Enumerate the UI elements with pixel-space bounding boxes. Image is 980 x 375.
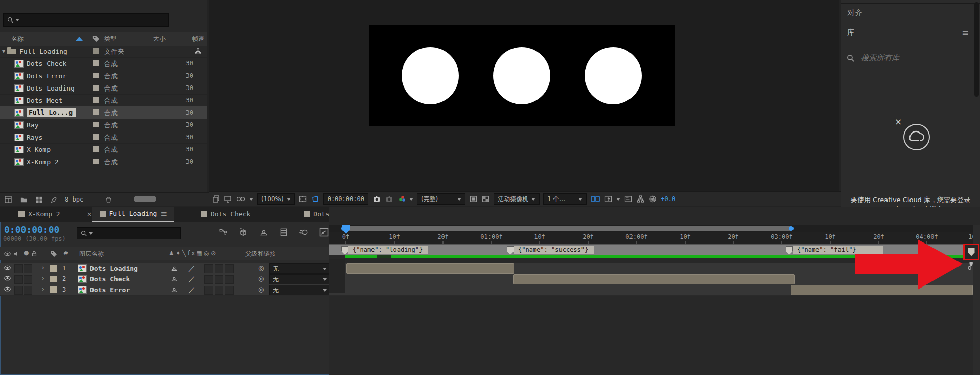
composition-flowchart-icon[interactable] <box>636 195 645 203</box>
region-of-interest-active-icon[interactable] <box>311 195 320 203</box>
graph-editor-icon[interactable] <box>319 227 329 237</box>
layer-name[interactable]: Dots Error <box>90 286 130 294</box>
project-row[interactable]: Dots Check 合成 30 <box>0 57 207 70</box>
bit-depth-button[interactable]: 8 bpc <box>65 196 83 203</box>
layer-expand-chevron-icon[interactable]: › <box>42 285 44 293</box>
tab-close-icon[interactable]: × <box>87 210 92 218</box>
layer-expand-chevron-icon[interactable]: › <box>42 264 44 271</box>
trash-icon[interactable] <box>105 196 112 204</box>
project-row[interactable]: X-Komp 合成 30 <box>0 143 207 156</box>
transparency-grid-icon[interactable] <box>481 195 490 203</box>
comp-marker-success[interactable]: {"name": "success"} <box>514 246 594 254</box>
column-fps[interactable]: 帧速 <box>192 35 204 43</box>
parent-dropdown[interactable]: 无 <box>269 263 331 274</box>
fast-preview-caret-icon[interactable] <box>616 198 620 201</box>
project-row-selected[interactable]: Full Lo...g 合成 30 <box>0 106 207 119</box>
label-color-chip[interactable] <box>93 159 99 164</box>
current-time-display[interactable]: 0:00:00:00 <box>4 224 59 235</box>
layer-expand-chevron-icon[interactable]: › <box>42 275 44 282</box>
quality-switch[interactable]: ／ <box>188 264 195 273</box>
scrollbar-thumb[interactable] <box>342 226 792 231</box>
always-preview-icon[interactable] <box>212 195 220 203</box>
video-eye-column-icon[interactable] <box>4 251 11 257</box>
audio-speaker-column-icon[interactable] <box>13 250 20 257</box>
share-view-options-icon[interactable] <box>590 195 600 203</box>
label-column-icon[interactable] <box>92 35 100 42</box>
draft-3d-icon[interactable] <box>238 227 248 237</box>
viewer-current-time[interactable]: 0:00:00:00 <box>323 193 368 205</box>
parent-dropdown[interactable]: 无 <box>269 285 331 295</box>
marker-icon[interactable] <box>507 246 514 255</box>
layer-label-swatch[interactable] <box>50 286 57 293</box>
layer-visibility-eye-icon[interactable] <box>4 264 11 271</box>
libraries-panel-tab[interactable]: 库 <box>847 28 855 37</box>
parent-pickwhip-icon[interactable]: ◎ <box>258 285 264 293</box>
comp-marker-loading[interactable]: {"name": "loading"} <box>348 246 428 254</box>
label-color-chip[interactable] <box>93 85 99 91</box>
zoom-level-dropdown[interactable]: (100%) <box>257 193 295 205</box>
search-options-caret-icon[interactable] <box>89 232 93 235</box>
layer-label-swatch[interactable] <box>50 265 57 272</box>
item-name[interactable]: Dots Check <box>27 60 66 68</box>
project-row[interactable]: Ray 合成 30 <box>0 119 207 131</box>
layer-row-1[interactable]: › 1 Dots Loading ／ ◎ 无 <box>0 263 329 274</box>
label-color-chip[interactable] <box>93 48 99 54</box>
composition-canvas[interactable] <box>369 25 675 126</box>
item-name[interactable]: Full Loading <box>19 48 67 55</box>
project-row[interactable]: X-Komp 2 合成 30 <box>0 156 207 168</box>
item-name[interactable]: Ray <box>27 121 38 129</box>
layer-duration-bar-dots-check[interactable] <box>513 274 795 284</box>
layer-visibility-eye-icon[interactable] <box>4 275 11 281</box>
marker-icon[interactable] <box>786 246 793 255</box>
layer-visibility-eye-icon[interactable] <box>4 286 11 292</box>
quality-switch[interactable]: ／ <box>188 285 195 295</box>
frame-blending-icon[interactable] <box>279 228 288 237</box>
layer-row-2[interactable]: › 2 Dots Check ／ ◎ 无 <box>0 274 329 285</box>
new-folder-icon[interactable] <box>19 196 28 204</box>
search-options-caret-icon[interactable] <box>15 19 19 21</box>
exposure-value[interactable]: +0.0 <box>661 195 675 203</box>
primary-viewer-monitor-icon[interactable] <box>224 195 232 203</box>
safe-margins-icon[interactable] <box>298 195 307 203</box>
marker-edit-icon[interactable] <box>967 261 976 270</box>
shy-switch-icon[interactable] <box>171 286 178 293</box>
fast-preview-icon[interactable] <box>604 195 613 203</box>
timeline-panel-icon[interactable] <box>624 195 633 203</box>
panel-menu-icon[interactable]: ≡ <box>962 28 969 38</box>
3d-view-dropdown[interactable]: 活动摄像机 <box>494 193 540 205</box>
sort-ascending-icon[interactable] <box>76 37 83 41</box>
layer-name[interactable]: Dots Loading <box>90 264 138 272</box>
region-of-interest-icon[interactable] <box>469 195 478 203</box>
quality-switch[interactable]: ／ <box>188 275 195 284</box>
tab-x-komp-2[interactable]: X-Komp 2 <box>11 207 67 222</box>
label-color-chip[interactable] <box>93 73 99 78</box>
label-color-chip[interactable] <box>93 146 99 152</box>
parent-link-column[interactable]: 父级和链接 <box>245 250 276 258</box>
mask-visibility-goggles-icon[interactable] <box>236 195 246 203</box>
layer-name-column[interactable]: 图层名称 <box>79 250 104 258</box>
project-flowchart-icon[interactable] <box>4 195 12 204</box>
zoom-handle-right-icon[interactable] <box>789 226 794 231</box>
index-column[interactable]: # <box>63 250 68 257</box>
column-name[interactable]: 名称 <box>11 35 24 43</box>
tab-menu-icon[interactable]: ≡ <box>160 209 167 218</box>
motion-blur-icon[interactable] <box>298 228 309 237</box>
tab-dots-check[interactable]: Dots Check <box>194 207 258 222</box>
label-color-chip[interactable] <box>93 122 99 127</box>
label-color-chip[interactable] <box>93 97 99 103</box>
switches-column-icons[interactable]: ♟✦╲fx▦◎⊘ <box>169 250 217 257</box>
parent-pickwhip-icon[interactable]: ◎ <box>258 264 264 272</box>
libraries-search[interactable] <box>846 49 971 67</box>
show-snapshot-icon[interactable] <box>385 195 394 203</box>
show-channel-rgb-icon[interactable] <box>398 195 406 203</box>
item-name[interactable]: X-Komp 2 <box>27 158 59 166</box>
lock-column-icon[interactable] <box>31 250 38 257</box>
shy-switch-icon[interactable] <box>171 275 178 282</box>
item-name[interactable]: Dots Error <box>27 72 66 80</box>
item-name-selected[interactable]: Full Lo...g <box>27 108 76 117</box>
layer-label-swatch[interactable] <box>50 276 57 282</box>
layer-name[interactable]: Dots Check <box>90 275 130 283</box>
interpret-footage-pen-icon[interactable] <box>50 196 58 204</box>
item-name[interactable]: Dots Loading <box>27 84 75 92</box>
view-layout-dropdown[interactable]: 1 个... <box>543 193 587 205</box>
